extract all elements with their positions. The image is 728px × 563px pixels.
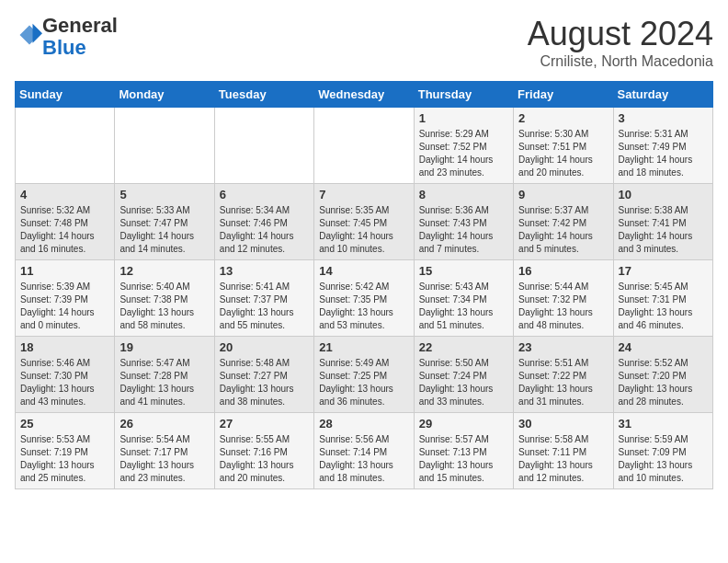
calendar-cell: 26Sunrise: 5:54 AM Sunset: 7:17 PM Dayli… xyxy=(115,413,214,489)
logo-text: General Blue xyxy=(42,15,118,59)
day-number: 16 xyxy=(518,264,608,278)
cell-info: Sunrise: 5:33 AM Sunset: 7:47 PM Dayligh… xyxy=(119,204,209,256)
weekday-header-friday: Friday xyxy=(514,82,613,108)
cell-info: Sunrise: 5:49 AM Sunset: 7:25 PM Dayligh… xyxy=(319,357,408,408)
cell-info: Sunrise: 5:40 AM Sunset: 7:38 PM Dayligh… xyxy=(119,281,209,332)
cell-info: Sunrise: 5:44 AM Sunset: 7:32 PM Dayligh… xyxy=(518,281,608,332)
cell-info: Sunrise: 5:46 AM Sunset: 7:30 PM Dayligh… xyxy=(20,357,109,408)
calendar-cell: 23Sunrise: 5:51 AM Sunset: 7:22 PM Dayli… xyxy=(514,337,613,413)
calendar-cell: 1Sunrise: 5:29 AM Sunset: 7:52 PM Daylig… xyxy=(414,108,513,184)
calendar-cell: 9Sunrise: 5:37 AM Sunset: 7:42 PM Daylig… xyxy=(514,184,613,260)
calendar-cell: 30Sunrise: 5:58 AM Sunset: 7:11 PM Dayli… xyxy=(514,413,613,489)
day-number: 20 xyxy=(220,340,309,354)
calendar-week-row: 18Sunrise: 5:46 AM Sunset: 7:30 PM Dayli… xyxy=(16,337,713,413)
cell-info: Sunrise: 5:47 AM Sunset: 7:28 PM Dayligh… xyxy=(119,357,209,408)
day-number: 28 xyxy=(319,417,408,431)
calendar-table: SundayMondayTuesdayWednesdayThursdayFrid… xyxy=(15,81,713,489)
day-number: 22 xyxy=(419,340,508,354)
day-number: 15 xyxy=(419,264,508,278)
day-number: 4 xyxy=(20,188,109,201)
day-number: 23 xyxy=(518,340,608,354)
day-number: 8 xyxy=(419,188,508,201)
day-number: 7 xyxy=(319,188,408,201)
logo-icon xyxy=(17,22,42,48)
calendar-cell: 24Sunrise: 5:52 AM Sunset: 7:20 PM Dayli… xyxy=(613,337,712,413)
calendar-cell: 17Sunrise: 5:45 AM Sunset: 7:31 PM Dayli… xyxy=(613,260,712,337)
calendar-week-row: 4Sunrise: 5:32 AM Sunset: 7:48 PM Daylig… xyxy=(16,184,713,260)
calendar-cell: 13Sunrise: 5:41 AM Sunset: 7:37 PM Dayli… xyxy=(214,260,313,337)
calendar-cell: 14Sunrise: 5:42 AM Sunset: 7:35 PM Dayli… xyxy=(314,260,414,337)
day-number: 31 xyxy=(619,417,708,431)
day-number: 3 xyxy=(619,111,708,125)
title-block: August 2024 Crniliste, North Macedonia xyxy=(528,15,713,70)
cell-info: Sunrise: 5:29 AM Sunset: 7:52 PM Dayligh… xyxy=(419,128,508,179)
calendar-cell: 19Sunrise: 5:47 AM Sunset: 7:28 PM Dayli… xyxy=(115,337,214,413)
calendar-cell: 15Sunrise: 5:43 AM Sunset: 7:34 PM Dayli… xyxy=(414,260,513,337)
weekday-header-saturday: Saturday xyxy=(613,82,712,108)
cell-info: Sunrise: 5:39 AM Sunset: 7:39 PM Dayligh… xyxy=(20,281,109,332)
day-number: 30 xyxy=(518,417,608,431)
cell-info: Sunrise: 5:53 AM Sunset: 7:19 PM Dayligh… xyxy=(20,433,109,485)
calendar-cell: 2Sunrise: 5:30 AM Sunset: 7:51 PM Daylig… xyxy=(514,108,613,184)
cell-info: Sunrise: 5:32 AM Sunset: 7:48 PM Dayligh… xyxy=(20,204,109,256)
month-title: August 2024 xyxy=(528,15,713,53)
day-number: 12 xyxy=(119,264,209,278)
cell-info: Sunrise: 5:48 AM Sunset: 7:27 PM Dayligh… xyxy=(220,357,309,408)
cell-info: Sunrise: 5:36 AM Sunset: 7:43 PM Dayligh… xyxy=(419,204,508,256)
cell-info: Sunrise: 5:50 AM Sunset: 7:24 PM Dayligh… xyxy=(419,357,508,408)
day-number: 13 xyxy=(220,264,309,278)
calendar-cell xyxy=(16,108,115,184)
weekday-header-thursday: Thursday xyxy=(414,82,513,108)
calendar-week-row: 11Sunrise: 5:39 AM Sunset: 7:39 PM Dayli… xyxy=(16,260,713,337)
cell-info: Sunrise: 5:42 AM Sunset: 7:35 PM Dayligh… xyxy=(319,281,408,332)
cell-info: Sunrise: 5:59 AM Sunset: 7:09 PM Dayligh… xyxy=(619,433,708,485)
cell-info: Sunrise: 5:56 AM Sunset: 7:14 PM Dayligh… xyxy=(319,433,408,485)
logo-general: General xyxy=(42,14,118,37)
day-number: 10 xyxy=(619,188,708,201)
calendar-cell: 16Sunrise: 5:44 AM Sunset: 7:32 PM Dayli… xyxy=(514,260,613,337)
calendar-cell: 29Sunrise: 5:57 AM Sunset: 7:13 PM Dayli… xyxy=(414,413,513,489)
calendar-cell: 12Sunrise: 5:40 AM Sunset: 7:38 PM Dayli… xyxy=(115,260,214,337)
day-number: 5 xyxy=(119,188,209,201)
day-number: 29 xyxy=(419,417,508,431)
day-number: 25 xyxy=(20,417,109,431)
calendar-cell: 27Sunrise: 5:55 AM Sunset: 7:16 PM Dayli… xyxy=(214,413,313,489)
weekday-header-tuesday: Tuesday xyxy=(214,82,313,108)
calendar-cell: 7Sunrise: 5:35 AM Sunset: 7:45 PM Daylig… xyxy=(314,184,414,260)
cell-info: Sunrise: 5:57 AM Sunset: 7:13 PM Dayligh… xyxy=(419,433,508,485)
page-header: General Blue August 2024 Crniliste, Nort… xyxy=(15,15,713,70)
cell-info: Sunrise: 5:43 AM Sunset: 7:34 PM Dayligh… xyxy=(419,281,508,332)
weekday-header-wednesday: Wednesday xyxy=(314,82,414,108)
calendar-cell xyxy=(115,108,214,184)
day-number: 26 xyxy=(119,417,209,431)
calendar-cell: 5Sunrise: 5:33 AM Sunset: 7:47 PM Daylig… xyxy=(115,184,214,260)
cell-info: Sunrise: 5:34 AM Sunset: 7:46 PM Dayligh… xyxy=(220,204,309,256)
cell-info: Sunrise: 5:58 AM Sunset: 7:11 PM Dayligh… xyxy=(518,433,608,485)
day-number: 19 xyxy=(119,340,209,354)
calendar-cell: 4Sunrise: 5:32 AM Sunset: 7:48 PM Daylig… xyxy=(16,184,115,260)
cell-info: Sunrise: 5:45 AM Sunset: 7:31 PM Dayligh… xyxy=(619,281,708,332)
calendar-cell: 21Sunrise: 5:49 AM Sunset: 7:25 PM Dayli… xyxy=(314,337,414,413)
cell-info: Sunrise: 5:35 AM Sunset: 7:45 PM Dayligh… xyxy=(319,204,408,256)
cell-info: Sunrise: 5:31 AM Sunset: 7:49 PM Dayligh… xyxy=(619,128,708,179)
day-number: 24 xyxy=(619,340,708,354)
weekday-header-row: SundayMondayTuesdayWednesdayThursdayFrid… xyxy=(16,82,713,108)
calendar-week-row: 1Sunrise: 5:29 AM Sunset: 7:52 PM Daylig… xyxy=(16,108,713,184)
cell-info: Sunrise: 5:51 AM Sunset: 7:22 PM Dayligh… xyxy=(518,357,608,408)
cell-info: Sunrise: 5:52 AM Sunset: 7:20 PM Dayligh… xyxy=(619,357,708,408)
cell-info: Sunrise: 5:54 AM Sunset: 7:17 PM Dayligh… xyxy=(119,433,209,485)
svg-marker-1 xyxy=(33,24,43,43)
calendar-cell: 8Sunrise: 5:36 AM Sunset: 7:43 PM Daylig… xyxy=(414,184,513,260)
calendar-cell xyxy=(314,108,414,184)
calendar-cell: 11Sunrise: 5:39 AM Sunset: 7:39 PM Dayli… xyxy=(16,260,115,337)
calendar-cell: 18Sunrise: 5:46 AM Sunset: 7:30 PM Dayli… xyxy=(16,337,115,413)
day-number: 2 xyxy=(518,111,608,125)
location-subtitle: Crniliste, North Macedonia xyxy=(528,53,713,70)
day-number: 27 xyxy=(220,417,309,431)
cell-info: Sunrise: 5:41 AM Sunset: 7:37 PM Dayligh… xyxy=(220,281,309,332)
calendar-cell: 28Sunrise: 5:56 AM Sunset: 7:14 PM Dayli… xyxy=(314,413,414,489)
day-number: 6 xyxy=(220,188,309,201)
day-number: 14 xyxy=(319,264,408,278)
weekday-header-sunday: Sunday xyxy=(16,82,115,108)
day-number: 1 xyxy=(419,111,508,125)
